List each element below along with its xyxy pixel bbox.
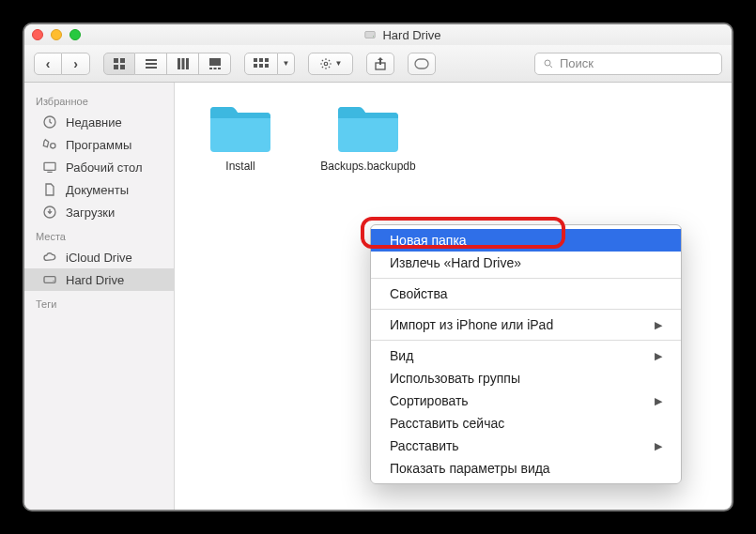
folder-label: Install: [225, 160, 255, 174]
ctx-item-label: Извлечь «Hard Drive»: [390, 255, 521, 270]
share-icon: [375, 57, 386, 70]
folder-install[interactable]: Install: [193, 105, 287, 174]
sidebar-section-favorites: Избранное: [24, 88, 174, 111]
svg-rect-29: [44, 162, 55, 170]
ctx-getinfo[interactable]: Свойства: [371, 282, 681, 305]
svg-rect-7: [146, 63, 157, 65]
sidebar-item-label: Загрузки: [66, 206, 115, 220]
column-view-button[interactable]: [167, 53, 199, 75]
disk-icon: [363, 28, 377, 41]
arrange-dropdown[interactable]: ▼: [278, 53, 295, 75]
svg-point-1: [373, 36, 374, 37]
ctx-cleanup-by[interactable]: Расставить▶: [371, 435, 681, 457]
clock-icon: [41, 114, 58, 130]
ctx-item-label: Импорт из iPhone или iPad: [390, 317, 553, 332]
gallery-icon: [208, 57, 222, 70]
grid-icon: [113, 57, 126, 70]
maximize-button[interactable]: [69, 29, 81, 40]
toolbar: ‹ › ▼ ▼: [24, 45, 732, 83]
svg-rect-10: [181, 58, 184, 69]
folder-label: Backups.backupdb: [320, 160, 415, 174]
window-controls: [32, 29, 81, 40]
tags-button[interactable]: [408, 53, 436, 75]
share-button[interactable]: [366, 53, 394, 75]
sidebar-item-icloud[interactable]: iCloud Drive: [24, 246, 174, 268]
columns-icon: [177, 57, 190, 70]
gear-icon: [319, 57, 332, 70]
sidebar-item-downloads[interactable]: Загрузки: [24, 201, 174, 223]
svg-rect-8: [146, 67, 157, 69]
view-mode-buttons: [103, 53, 231, 75]
folder-backups[interactable]: Backups.backupdb: [321, 105, 415, 174]
sidebar-item-applications[interactable]: Программы: [24, 133, 174, 156]
ctx-item-label: Свойства: [390, 286, 447, 301]
sidebar-item-recents[interactable]: Недавние: [24, 111, 174, 133]
list-view-button[interactable]: [135, 53, 167, 75]
ctx-import[interactable]: Импорт из iPhone или iPad▶: [371, 313, 681, 336]
ctx-separator: [371, 278, 681, 279]
tag-icon: [414, 58, 429, 69]
svg-rect-12: [209, 58, 221, 66]
ctx-item-label: Расставить: [390, 438, 459, 453]
folder-icon: [208, 105, 272, 154]
ctx-separator: [371, 309, 681, 310]
chevron-right-icon: ▶: [655, 350, 662, 362]
gallery-view-button[interactable]: [199, 53, 231, 75]
ctx-separator: [371, 340, 681, 341]
svg-rect-17: [259, 58, 263, 62]
sidebar-item-desktop[interactable]: Рабочий стол: [24, 156, 174, 178]
svg-rect-15: [218, 68, 221, 69]
minimize-button[interactable]: [51, 29, 62, 40]
svg-point-33: [53, 281, 54, 282]
ctx-show-view-options[interactable]: Показать параметры вида: [371, 457, 681, 480]
svg-rect-32: [44, 277, 55, 283]
sidebar-item-label: iCloud Drive: [66, 251, 132, 265]
arrange-icon: [254, 58, 269, 69]
sidebar-item-documents[interactable]: Документы: [24, 178, 174, 201]
icon-view-button[interactable]: [103, 53, 135, 75]
sidebar-section-tags: Теги: [24, 291, 174, 313]
ctx-item-label: Сортировать: [390, 393, 469, 408]
ctx-eject[interactable]: Извлечь «Hard Drive»: [371, 252, 681, 274]
list-icon: [145, 57, 158, 70]
svg-point-22: [324, 62, 328, 66]
sidebar-item-label: Документы: [66, 183, 129, 197]
sidebar-item-label: Недавние: [66, 115, 122, 130]
svg-rect-5: [120, 65, 125, 69]
search-field[interactable]: Поиск: [534, 53, 722, 75]
nav-buttons: ‹ ›: [34, 53, 90, 75]
folder-icon: [336, 105, 400, 154]
action-group: ▼: [308, 53, 353, 75]
ctx-new-folder[interactable]: Новая папка: [371, 229, 681, 252]
arrange-button[interactable]: [244, 53, 278, 75]
context-menu: Новая папка Извлечь «Hard Drive» Свойств…: [370, 224, 682, 484]
svg-line-26: [550, 65, 553, 68]
svg-rect-19: [254, 64, 257, 68]
downloads-icon: [41, 204, 58, 221]
ctx-item-label: Вид: [390, 348, 413, 363]
ctx-sort[interactable]: Сортировать▶: [371, 389, 681, 412]
ctx-item-label: Расставить сейчас: [390, 416, 504, 431]
svg-rect-0: [365, 32, 376, 38]
svg-point-25: [545, 60, 550, 66]
desktop-icon: [41, 159, 58, 175]
svg-rect-11: [186, 58, 189, 69]
svg-rect-16: [254, 58, 257, 62]
chevron-right-icon: ▶: [655, 395, 662, 407]
action-button[interactable]: ▼: [308, 53, 353, 75]
ctx-cleanup-now[interactable]: Расставить сейчас: [371, 412, 681, 435]
back-button[interactable]: ‹: [34, 53, 62, 75]
svg-rect-18: [265, 58, 269, 62]
search-icon: [543, 58, 554, 69]
window-title-label: Hard Drive: [382, 28, 440, 42]
ctx-item-label: Использовать группы: [390, 371, 520, 386]
sidebar-item-harddrive[interactable]: Hard Drive: [24, 268, 174, 291]
forward-button[interactable]: ›: [62, 53, 90, 75]
ctx-item-label: Новая папка: [390, 233, 467, 248]
ctx-view[interactable]: Вид▶: [371, 344, 681, 367]
svg-rect-6: [146, 59, 157, 61]
sidebar-section-locations: Места: [24, 223, 174, 246]
svg-rect-13: [209, 68, 212, 69]
close-button[interactable]: [32, 29, 43, 40]
ctx-use-groups[interactable]: Использовать группы: [371, 367, 681, 389]
